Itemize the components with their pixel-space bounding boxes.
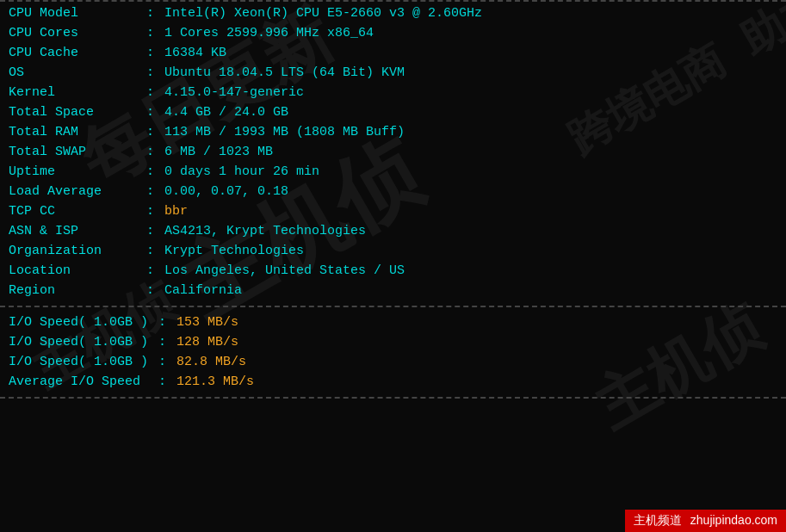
system-row: Total Space:4.4 GB / 24.0 GB <box>3 102 783 122</box>
system-row: Uptime:0 days 1 hour 26 min <box>3 162 783 182</box>
system-value: AS4213, Krypt Technologies <box>159 221 783 241</box>
system-colon: : <box>141 63 159 83</box>
main-container: CPU Model:Intel(R) Xeon(R) CPU E5-2660 v… <box>0 0 786 399</box>
system-colon: : <box>141 122 159 142</box>
system-colon: : <box>141 221 159 241</box>
middle-divider <box>0 306 786 307</box>
system-row: CPU Cache:16384 KB <box>3 43 783 63</box>
system-row: Organization:Krypt Technologies <box>3 241 783 261</box>
io-colon: : <box>153 372 171 392</box>
io-value: 121.3 MB/s <box>171 372 783 392</box>
system-row: Region:California <box>3 281 783 300</box>
system-value: 0.00, 0.07, 0.18 <box>159 182 783 201</box>
system-label: ASN & ISP <box>3 221 141 241</box>
system-label: CPU Cores <box>3 23 141 43</box>
system-value: bbr <box>159 201 783 221</box>
system-row: CPU Model:Intel(R) Xeon(R) CPU E5-2660 v… <box>3 3 783 23</box>
system-label: CPU Cache <box>3 43 141 63</box>
system-row: ASN & ISP:AS4213, Krypt Technologies <box>3 221 783 241</box>
system-row: Total RAM:113 MB / 1993 MB (1808 MB Buff… <box>3 122 783 142</box>
io-label: Average I/O Speed <box>3 372 153 392</box>
bottom-divider <box>0 397 786 399</box>
system-value: 113 MB / 1993 MB (1808 MB Buff) <box>159 122 783 142</box>
system-colon: : <box>141 241 159 261</box>
system-colon: : <box>141 162 159 182</box>
footer-site: 主机频道 <box>634 513 682 527</box>
system-label: Total RAM <box>3 122 141 142</box>
system-colon: : <box>141 23 159 43</box>
system-label: Kernel <box>3 83 141 102</box>
io-table: I/O Speed( 1.0GB ):153 MB/sI/O Speed( 1.… <box>3 312 783 392</box>
system-colon: : <box>141 83 159 102</box>
system-value: 1 Cores 2599.996 MHz x86_64 <box>159 23 783 43</box>
io-colon: : <box>153 352 171 372</box>
system-info-table: CPU Model:Intel(R) Xeon(R) CPU E5-2660 v… <box>3 3 783 300</box>
footer-badge: 主机频道 zhujipindao.com <box>625 510 786 532</box>
system-label: Location <box>3 261 141 281</box>
system-value: 4.15.0-147-generic <box>159 83 783 102</box>
system-value: 16384 KB <box>159 43 783 63</box>
system-colon: : <box>141 142 159 162</box>
system-value: Intel(R) Xeon(R) CPU E5-2660 v3 @ 2.60GH… <box>159 3 783 23</box>
system-value: Ubuntu 18.04.5 LTS (64 Bit) KVM <box>159 63 783 83</box>
system-value: 0 days 1 hour 26 min <box>159 162 783 182</box>
io-value: 82.8 MB/s <box>171 352 783 372</box>
io-label: I/O Speed( 1.0GB ) <box>3 352 153 372</box>
system-label: Load Average <box>3 182 141 201</box>
system-value: 6 MB / 1023 MB <box>159 142 783 162</box>
system-label: Total Space <box>3 102 141 122</box>
system-label: Total SWAP <box>3 142 141 162</box>
system-row: Load Average:0.00, 0.07, 0.18 <box>3 182 783 201</box>
system-label: CPU Model <box>3 3 141 23</box>
io-value: 153 MB/s <box>171 312 783 332</box>
io-section: I/O Speed( 1.0GB ):153 MB/sI/O Speed( 1.… <box>0 311 786 393</box>
system-colon: : <box>141 281 159 300</box>
system-value: Los Angeles, United States / US <box>159 261 783 281</box>
system-info-section: CPU Model:Intel(R) Xeon(R) CPU E5-2660 v… <box>0 2 786 302</box>
io-colon: : <box>153 332 171 352</box>
system-label: Region <box>3 281 141 300</box>
system-label: OS <box>3 63 141 83</box>
system-row: TCP CC:bbr <box>3 201 783 221</box>
system-colon: : <box>141 261 159 281</box>
system-value: Krypt Technologies <box>159 241 783 261</box>
system-label: Organization <box>3 241 141 261</box>
system-row: OS:Ubuntu 18.04.5 LTS (64 Bit) KVM <box>3 63 783 83</box>
io-row: I/O Speed( 1.0GB ):153 MB/s <box>3 312 783 332</box>
io-value: 128 MB/s <box>171 332 783 352</box>
system-label: Uptime <box>3 162 141 182</box>
io-row: Average I/O Speed:121.3 MB/s <box>3 372 783 392</box>
system-row: Kernel:4.15.0-147-generic <box>3 83 783 102</box>
system-colon: : <box>141 102 159 122</box>
system-value: 4.4 GB / 24.0 GB <box>159 102 783 122</box>
system-row: Total SWAP:6 MB / 1023 MB <box>3 142 783 162</box>
io-label: I/O Speed( 1.0GB ) <box>3 332 153 352</box>
io-label: I/O Speed( 1.0GB ) <box>3 312 153 332</box>
system-row: Location:Los Angeles, United States / US <box>3 261 783 281</box>
io-row: I/O Speed( 1.0GB ):128 MB/s <box>3 332 783 352</box>
io-colon: : <box>153 312 171 332</box>
system-colon: : <box>141 201 159 221</box>
system-colon: : <box>141 3 159 23</box>
system-colon: : <box>141 43 159 63</box>
system-colon: : <box>141 182 159 201</box>
footer-domain: zhujipindao.com <box>690 513 777 527</box>
system-row: CPU Cores:1 Cores 2599.996 MHz x86_64 <box>3 23 783 43</box>
system-value: California <box>159 281 783 300</box>
system-label: TCP CC <box>3 201 141 221</box>
io-row: I/O Speed( 1.0GB ):82.8 MB/s <box>3 352 783 372</box>
